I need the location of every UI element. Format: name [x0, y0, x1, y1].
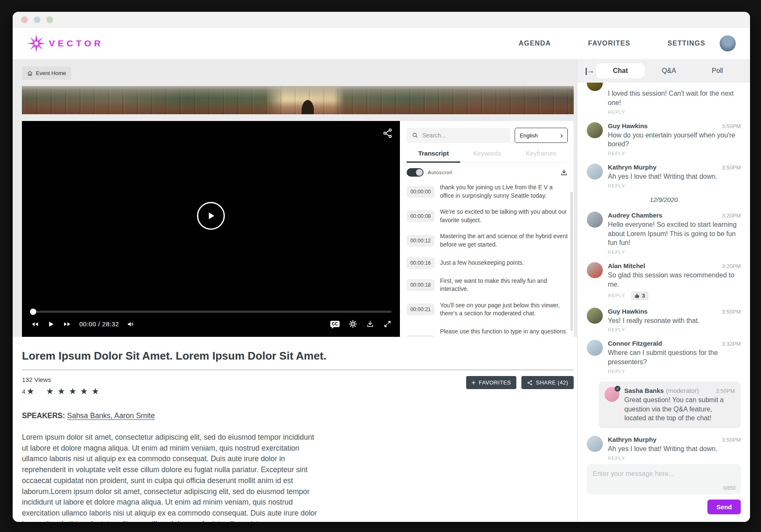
- nav-settings[interactable]: SETTINGS: [667, 40, 705, 47]
- reply-button[interactable]: REPLY: [608, 183, 625, 188]
- progress-bar[interactable]: [30, 311, 391, 313]
- language-selector[interactable]: English ›: [515, 128, 568, 143]
- star-icon: ★: [27, 387, 34, 395]
- chevron-right-icon: ›: [560, 131, 563, 140]
- settings-gear-icon[interactable]: [349, 320, 357, 328]
- transcript-text: Please use this function to type in any …: [440, 328, 566, 336]
- message-input-box[interactable]: 0/650: [587, 464, 741, 494]
- chat-timestamp: 3:32PM: [722, 341, 741, 347]
- rating-stars[interactable]: ★★★★★: [46, 387, 99, 395]
- star-icon[interactable]: ★: [69, 387, 76, 395]
- brand-logo[interactable]: VECTOR: [27, 34, 103, 53]
- site-header: VECTOR AGENDAFAVORITESSETTINGS: [13, 28, 750, 59]
- timestamp-pill[interactable]: [407, 335, 434, 337]
- event-content-area: Event Home: [13, 59, 577, 337]
- transcript-entry[interactable]: 00:00:12Mastering the art and science of…: [407, 232, 568, 249]
- reply-button[interactable]: REPLY: [608, 369, 625, 374]
- download-icon[interactable]: [366, 320, 374, 328]
- timestamp-pill[interactable]: 00:00:16: [407, 257, 434, 269]
- timestamp-pill[interactable]: 00:00:21: [407, 304, 434, 315]
- progress-knob[interactable]: [30, 309, 36, 315]
- nav-favorites[interactable]: FAVORITES: [588, 40, 630, 47]
- transcript-scrollbar[interactable]: [570, 192, 573, 331]
- transcript-tab-transcript[interactable]: Transcript: [407, 150, 460, 163]
- transcript-tab-keywords[interactable]: Keywords: [460, 150, 514, 162]
- transcript-text: We're so excited to be talking with you …: [440, 208, 568, 224]
- brand-name: VECTOR: [49, 38, 103, 48]
- chat-tab-chat[interactable]: Chat: [596, 63, 645, 78]
- star-icon[interactable]: ★: [46, 387, 54, 395]
- event-home-button[interactable]: Event Home: [22, 67, 71, 80]
- transcript-search[interactable]: [407, 128, 510, 143]
- avatar: [587, 308, 603, 324]
- chat-tab-qanda[interactable]: Q&A: [645, 63, 693, 78]
- autoscroll-toggle[interactable]: [407, 168, 424, 177]
- play-button-overlay[interactable]: [197, 202, 225, 230]
- timestamp-pill[interactable]: 00:00:18: [407, 279, 434, 291]
- main-nav: AGENDAFAVORITESSETTINGS: [519, 40, 705, 47]
- collapse-sidebar-icon[interactable]: |→: [585, 66, 594, 75]
- message-input[interactable]: [587, 464, 741, 494]
- star-icon[interactable]: ★: [92, 387, 99, 395]
- favorites-button[interactable]: + FAVORITES: [466, 376, 517, 389]
- reply-button[interactable]: REPLY: [608, 110, 625, 115]
- transcript-entry[interactable]: 00:00:21You'll see on your page just bel…: [407, 301, 568, 318]
- captions-button[interactable]: CC: [330, 321, 340, 327]
- volume-icon[interactable]: [127, 320, 135, 328]
- star-icon[interactable]: ★: [57, 387, 65, 395]
- send-button[interactable]: Send: [707, 500, 741, 514]
- transcript-download-icon[interactable]: [560, 169, 568, 176]
- nav-agenda[interactable]: AGENDA: [519, 40, 551, 47]
- rewind-button[interactable]: [30, 320, 40, 328]
- fullscreen-icon[interactable]: [383, 320, 391, 328]
- timestamp-pill[interactable]: 00:00:12: [407, 235, 434, 247]
- transcript-entry[interactable]: 00:00:00thank you for joining us Live fr…: [407, 183, 568, 200]
- play-button[interactable]: [47, 320, 55, 328]
- chat-message: ✓Sasha Banks(moderator)3:50PMGreat quest…: [604, 387, 735, 423]
- transcript-text: First, we want to make this really fun a…: [440, 277, 568, 293]
- reply-button[interactable]: REPLY: [608, 327, 625, 332]
- chat-timestamp: 3:50PM: [722, 123, 741, 129]
- close-button[interactable]: [21, 16, 28, 23]
- maximize-button[interactable]: [46, 16, 53, 23]
- chat-message-text: How do you entertain yourself when you'r…: [608, 131, 741, 149]
- transcript-entry[interactable]: 00:00:08We're so excited to be talking w…: [407, 208, 568, 224]
- moderator-check-icon: ✓: [615, 386, 621, 392]
- transcript-entry[interactable]: 00:00:18First, we want to make this real…: [407, 277, 568, 293]
- user-avatar[interactable]: [720, 35, 736, 51]
- speakers-label: SPEAKERS:: [22, 411, 65, 420]
- chat-tab-poll[interactable]: Poll: [693, 63, 742, 78]
- rating-row: 4 ★ ★★★★★: [22, 387, 99, 395]
- search-input[interactable]: [422, 132, 505, 139]
- speakers-links[interactable]: Sahsa Banks, Aaron Smite: [67, 411, 155, 420]
- chat-input-area: 0/650 Send: [577, 461, 750, 522]
- language-value: English: [520, 132, 538, 139]
- reply-button[interactable]: REPLY: [608, 456, 625, 461]
- reply-button[interactable]: REPLY: [608, 250, 625, 255]
- transcript-entry[interactable]: Please use this function to type in any …: [407, 326, 568, 337]
- transcript-tab-keyframes[interactable]: Keyframes: [514, 150, 568, 162]
- like-badge[interactable]: 3: [631, 291, 648, 300]
- reply-button[interactable]: REPLY: [608, 293, 625, 298]
- transcript-entry[interactable]: 00:00:16Just a few housekeeping points.: [407, 257, 568, 269]
- moderator-tag: (moderator): [666, 387, 699, 394]
- rating-value: 4: [22, 388, 25, 395]
- chat-message: Guy Hawkins3:50PMHow do you entertain yo…: [587, 122, 741, 156]
- divider: [22, 370, 574, 370]
- star-icon[interactable]: ★: [80, 387, 88, 395]
- chat-message: Kathryn Murphy3:50PMAh yes I love that! …: [587, 436, 741, 461]
- avatar: [587, 436, 603, 452]
- video-share-icon[interactable]: [382, 128, 393, 139]
- minimize-button[interactable]: [34, 16, 40, 23]
- reply-button[interactable]: REPLY: [608, 151, 625, 156]
- fast-forward-button[interactable]: [62, 320, 72, 328]
- video-player[interactable]: 00:00 / 28:32 CC: [22, 121, 400, 337]
- timestamp-pill[interactable]: 00:00:08: [407, 210, 434, 222]
- event-home-label: Event Home: [36, 70, 66, 76]
- transcript-text: thank you for joining us Live from the E…: [440, 183, 568, 200]
- chat-timestamp: 3:50PM: [722, 164, 741, 171]
- chat-author: Guy Hawkins: [608, 308, 648, 315]
- chat-author: Connor Fitzgerald: [608, 340, 662, 347]
- share-button[interactable]: SHARE (42): [521, 376, 574, 389]
- timestamp-pill[interactable]: 00:00:00: [407, 186, 434, 198]
